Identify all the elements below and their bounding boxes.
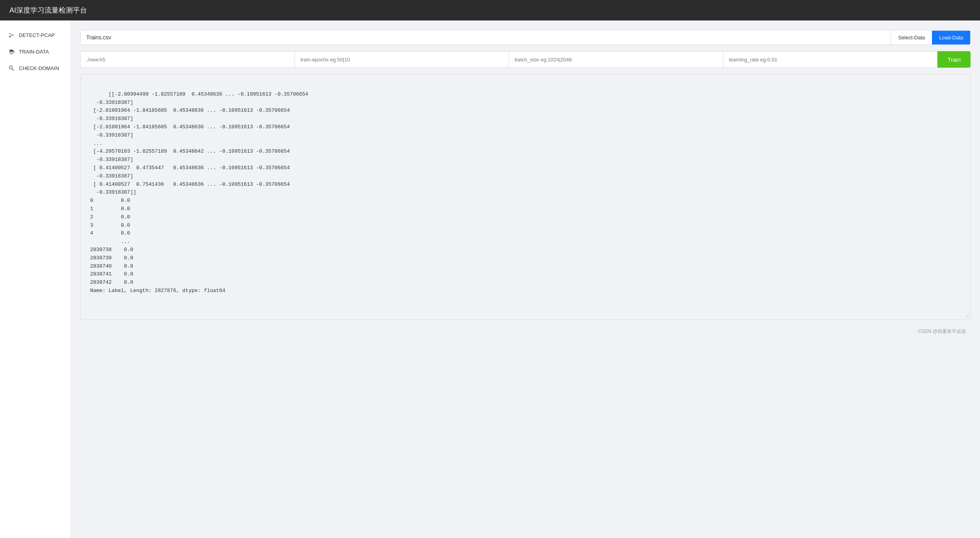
train-row: Train xyxy=(80,51,971,68)
batch-size-input[interactable] xyxy=(509,51,723,68)
svg-point-3 xyxy=(9,33,11,34)
svg-point-1 xyxy=(11,35,12,36)
svg-line-10 xyxy=(967,316,969,318)
resize-handle-icon xyxy=(964,313,969,318)
search-icon xyxy=(8,65,15,72)
model-path-input[interactable] xyxy=(80,51,295,68)
svg-rect-4 xyxy=(9,36,11,37)
footer: CSDN @我重来不说谎 xyxy=(80,326,971,337)
sidebar: DETECT-PCAP TRAIN-DATA CHECK-DOMAIN xyxy=(0,20,71,538)
output-text: [[-2.00994499 -1.82557189 0.45348636 ...… xyxy=(90,91,308,294)
main-layout: DETECT-PCAP TRAIN-DATA CHECK-DOMAIN xyxy=(0,20,980,538)
radar-icon xyxy=(8,31,15,39)
app-header: AI深度学习流量检测平台 xyxy=(0,0,980,20)
content-area: Select-Data Load-Data Train [[-2.0099449… xyxy=(71,20,980,538)
graduation-icon xyxy=(8,48,15,55)
output-panel: [[-2.00994499 -1.82557189 0.45348636 ...… xyxy=(80,74,971,320)
svg-marker-5 xyxy=(9,49,14,52)
train-button[interactable]: Train xyxy=(937,51,971,68)
sidebar-item-train-data[interactable]: TRAIN-DATA xyxy=(0,43,70,60)
learning-rate-input[interactable] xyxy=(723,51,937,68)
app-title: AI深度学习流量检测平台 xyxy=(9,6,87,15)
sidebar-item-check-domain-label: CHECK-DOMAIN xyxy=(19,65,59,71)
sidebar-item-detect-pcap-label: DETECT-PCAP xyxy=(19,32,55,38)
svg-point-2 xyxy=(13,35,14,36)
svg-line-9 xyxy=(965,314,969,318)
sidebar-item-train-data-label: TRAIN-DATA xyxy=(19,49,49,55)
select-data-button[interactable]: Select-Data xyxy=(891,31,932,44)
sidebar-item-check-domain[interactable]: CHECK-DOMAIN xyxy=(0,60,70,76)
svg-line-8 xyxy=(12,69,14,70)
footer-note-text: CSDN @我重来不说谎 xyxy=(918,329,966,334)
load-data-button[interactable]: Load-Data xyxy=(932,31,970,44)
file-row: Select-Data Load-Data xyxy=(80,30,971,45)
sidebar-item-detect-pcap[interactable]: DETECT-PCAP xyxy=(0,27,70,43)
epochs-input[interactable] xyxy=(295,51,509,68)
file-path-input[interactable] xyxy=(81,30,891,44)
